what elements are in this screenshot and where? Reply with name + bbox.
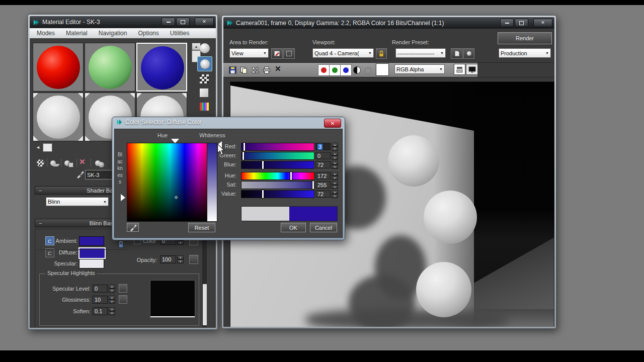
blue-spinner[interactable]: ▲▼ xyxy=(332,161,338,169)
minimize-button[interactable] xyxy=(500,19,514,27)
hue-slider[interactable] xyxy=(241,172,314,180)
specular-level-field[interactable]: 0 xyxy=(93,285,108,293)
monochrome-channel-icon[interactable] xyxy=(353,66,361,74)
red-channel-button[interactable] xyxy=(318,64,330,76)
specular-color-swatch[interactable] xyxy=(79,259,104,268)
alpha-channel-icon-disabled[interactable] xyxy=(365,67,371,74)
glossiness-map-button[interactable] xyxy=(119,295,127,304)
opacity-spinner[interactable]: ▲▼ xyxy=(177,255,184,263)
red-slider[interactable] xyxy=(241,143,314,151)
material-editor-titlebar[interactable]: Material Editor - SK-3 ✕ xyxy=(30,16,216,28)
material-name-value: SK-3 xyxy=(87,172,99,178)
viewport-lock-icon[interactable] xyxy=(376,48,387,59)
render-mode-dropdown[interactable]: Production▼ xyxy=(499,48,551,58)
put-material-to-scene-icon[interactable] xyxy=(49,158,60,168)
clone-rendered-frame-icon[interactable] xyxy=(250,65,260,74)
close-button[interactable]: ✕ xyxy=(533,19,552,27)
color-selector-titlebar[interactable]: Color Selector: Diffuse Color xyxy=(116,119,202,126)
params-scrollbar-thumb[interactable] xyxy=(203,284,207,325)
hue-blackness-field[interactable] xyxy=(127,143,213,222)
blackness-marker-icon[interactable] xyxy=(121,194,125,201)
slots-hscroll-thumb[interactable] xyxy=(43,143,52,152)
clear-image-icon[interactable]: ✕ xyxy=(275,64,281,73)
value-slider[interactable] xyxy=(241,190,314,198)
menu-material[interactable]: Material xyxy=(66,30,88,37)
sat-value-field[interactable]: 255 xyxy=(315,181,331,189)
sample-uv-tiling-button[interactable] xyxy=(200,88,208,97)
material-slot-green[interactable] xyxy=(85,43,135,92)
green-channel-button[interactable] xyxy=(329,64,341,76)
specular-label: Specular: xyxy=(45,260,77,266)
save-image-icon[interactable] xyxy=(228,65,237,74)
material-slot-blue-active[interactable] xyxy=(136,43,187,92)
area-to-render-dropdown[interactable]: View▼ xyxy=(229,48,269,58)
red-value-field[interactable]: 3 xyxy=(315,143,331,150)
close-button[interactable]: ✕ xyxy=(195,18,214,26)
monitor-display-icon[interactable] xyxy=(466,64,478,75)
get-material-icon[interactable] xyxy=(35,158,46,168)
ambient-color-swatch[interactable] xyxy=(79,236,104,246)
green-value-field[interactable]: 0 xyxy=(315,152,331,159)
menu-options[interactable]: Options xyxy=(138,30,158,37)
save-preset-icon[interactable] xyxy=(451,48,463,59)
auto-region-icon[interactable] xyxy=(283,48,295,59)
opacity-map-button[interactable] xyxy=(189,255,198,264)
menu-modes[interactable]: Modes xyxy=(37,30,55,37)
assign-material-to-selection-icon[interactable] xyxy=(63,158,75,168)
ambient-diffuse-link-lock-icon[interactable] xyxy=(118,240,124,248)
copy-image-icon[interactable] xyxy=(239,65,248,74)
hue-value-field[interactable]: 172 xyxy=(315,172,331,179)
sample-screen-color-eyedropper-icon[interactable] xyxy=(127,223,139,232)
sat-label: Sat: xyxy=(210,182,236,188)
close-button[interactable]: ✕ xyxy=(324,119,341,128)
sample-type-sphere-icon[interactable] xyxy=(199,42,211,54)
green-spinner[interactable]: ▲▼ xyxy=(332,152,338,160)
reset-button[interactable]: Reset xyxy=(188,223,215,232)
render-preset-dropdown[interactable]: --------------------▼ xyxy=(395,48,446,58)
render-button[interactable]: Render xyxy=(498,32,552,44)
hue-spinner[interactable]: ▲▼ xyxy=(332,172,338,180)
minimize-button[interactable] xyxy=(162,18,175,26)
edit-region-icon[interactable] xyxy=(271,48,283,59)
material-slot-red[interactable] xyxy=(33,43,84,92)
pick-material-eyedropper-icon[interactable] xyxy=(75,170,85,179)
blue-slider[interactable] xyxy=(241,161,314,169)
3dsmax-logo-icon xyxy=(226,20,233,26)
soften-spinner[interactable]: ▲▼ xyxy=(109,307,115,315)
value-spinner[interactable]: ▲▼ xyxy=(332,190,338,198)
channel-display-dropdown[interactable]: RGB Alpha▼ xyxy=(394,64,445,74)
green-slider[interactable] xyxy=(241,152,314,160)
soften-field[interactable]: 0.1 xyxy=(93,307,108,315)
snapshot-icon[interactable] xyxy=(463,48,474,59)
glossiness-field[interactable]: 10 xyxy=(93,296,108,304)
make-material-copy-icon[interactable] xyxy=(93,158,106,168)
reset-map-icon[interactable]: ✕ xyxy=(79,157,86,166)
layers-dialog-icon[interactable] xyxy=(454,64,465,75)
ok-button[interactable]: OK xyxy=(281,223,306,232)
specular-level-map-button[interactable] xyxy=(119,284,127,293)
checkered-background-button[interactable] xyxy=(200,74,209,83)
render-window-titlebar[interactable]: Camera001, frame 0, Display Gamma: 2.2, … xyxy=(223,17,554,29)
value-value-field[interactable]: 72 xyxy=(315,190,331,198)
backlight-button-active[interactable] xyxy=(197,56,212,71)
menu-utilities[interactable]: Utilities xyxy=(170,30,190,37)
opacity-value-field[interactable]: 100 xyxy=(160,255,176,263)
material-slot-gray-1[interactable] xyxy=(33,93,84,141)
sat-slider[interactable] xyxy=(241,181,314,189)
glossiness-spinner[interactable]: ▲▼ xyxy=(109,296,115,304)
shader-type-dropdown[interactable]: Blinn ▼ xyxy=(46,197,109,206)
viewport-dropdown[interactable]: Quad 4 - Camera(▼ xyxy=(312,48,374,58)
sat-spinner[interactable]: ▲▼ xyxy=(332,181,338,189)
clear-color-swatch[interactable] xyxy=(376,63,389,76)
blue-value-field[interactable]: 72 xyxy=(315,161,331,168)
red-spinner[interactable]: ▲▼ xyxy=(332,143,338,151)
print-image-icon[interactable] xyxy=(262,65,271,74)
video-color-check-button[interactable] xyxy=(200,103,209,111)
specular-level-spinner[interactable]: ▲▼ xyxy=(109,285,115,293)
blue-channel-button[interactable] xyxy=(340,64,352,76)
cancel-button[interactable]: Cancel xyxy=(310,223,337,232)
menu-navigation[interactable]: Navigation xyxy=(99,30,127,37)
maximize-button[interactable] xyxy=(176,18,190,26)
maximize-button[interactable] xyxy=(515,19,528,27)
slots-scroll-left-button[interactable]: ◄ xyxy=(36,145,40,150)
